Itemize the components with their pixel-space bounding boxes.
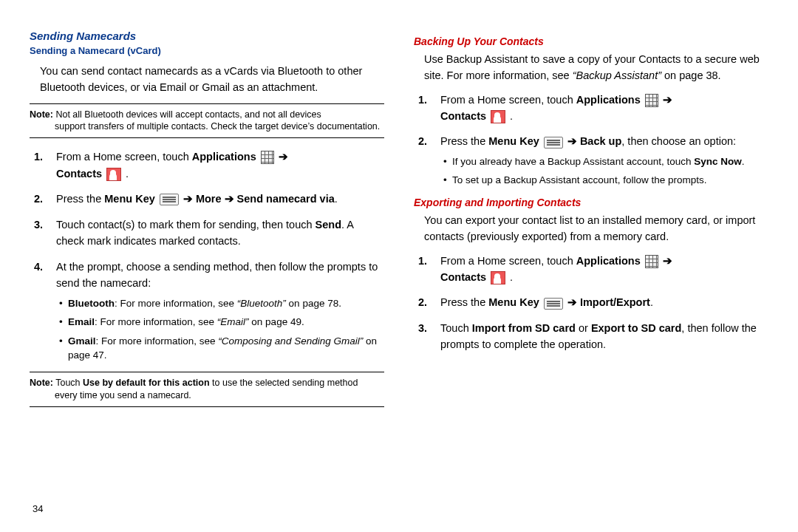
arrow-icon: ➔ [663,94,672,106]
contacts-icon [491,271,505,284]
text: From a Home screen, touch [440,94,576,106]
text: on page 78. [286,298,341,309]
text: : For more information, see [95,316,217,327]
reference: “Composing and Sending Gmail” [218,335,363,347]
heading-export-import: Exporting and Importing Contacts [414,197,768,208]
note-label: Note: [30,378,53,388]
arrow-icon: ➔ [567,135,580,147]
option-setup: To set up a Backup Assistant account, fo… [443,173,768,188]
text: . [507,271,513,283]
arrow-icon: ➔ [222,193,237,205]
step-3: Touch Import from SD card or Export to S… [433,320,768,353]
page-number: 34 [33,503,43,514]
label-applications: Applications [192,151,256,163]
arrow-icon: ➔ [183,193,196,205]
text: From a Home screen, touch [56,151,192,163]
reference: “Bluetooth” [237,298,286,309]
label: Gmail [68,335,96,347]
label: Use by default for this action [83,378,210,388]
label-contacts: Contacts [440,271,486,283]
text: : For more information, see [96,335,219,347]
label-contacts: Contacts [440,110,486,122]
label-applications: Applications [576,94,641,106]
steps-backup: From a Home screen, touch Applications ➔… [414,92,768,188]
arrow-icon: ➔ [567,296,580,308]
text: or [576,322,591,334]
label-import-export: Import/Export [580,296,650,308]
step-2: Press the Menu Key ➔ Back up, then choos… [433,133,768,188]
label-menu-key: Menu Key [488,135,539,147]
contacts-icon [106,168,121,181]
note-text: Not all Bluetooth devices will accept co… [53,109,321,120]
applications-icon [645,255,658,268]
menu-key-icon [160,194,179,205]
steps-send-namecard: From a Home screen, touch Applications ➔… [30,149,384,363]
method-bluetooth: Bluetooth: For more information, see “Bl… [59,296,384,311]
note-label: Note: [30,109,53,120]
label-applications: Applications [576,255,641,267]
step-4: At the prompt, choose a sending method, … [49,259,384,363]
method-gmail: Gmail: For more information, see “Compos… [59,334,384,363]
text: , then choose an option: [621,135,736,147]
text: . [742,156,745,167]
label-contacts: Contacts [56,168,102,180]
step-1: From a Home screen, touch Applications ➔… [433,253,768,286]
label-send: Send [316,219,341,231]
heading-backup-contacts: Backing Up Your Contacts [414,35,768,47]
arrow-icon: ➔ [279,151,288,163]
text: Press the [440,296,488,308]
label-import-sd: Import from SD card [472,322,576,334]
applications-icon [645,94,658,107]
arrow-icon: ➔ [663,255,672,267]
menu-key-icon [544,298,563,310]
step-2: Press the Menu Key ➔ More ➔ Send namecar… [49,191,384,207]
note-default-action: Note: Touch Use by default for this acti… [30,372,384,407]
method-email: Email: For more information, see “Email”… [59,315,384,330]
step-2: Press the Menu Key ➔ Import/Export. [433,294,768,310]
label-menu-key: Menu Key [488,296,539,308]
manual-page: Sending Namecards Sending a Namecard (vC… [0,0,798,417]
text: . [123,168,129,180]
left-column: Sending Namecards Sending a Namecard (vC… [30,30,384,417]
note-bluetooth-support: Note: Not all Bluetooth devices will acc… [30,103,384,139]
step-1: From a Home screen, touch Applications ➔… [433,92,768,125]
label-backup: Back up [580,135,621,147]
label: Bluetooth [68,298,115,309]
label: Email [68,316,95,327]
label-menu-key: Menu Key [104,193,155,205]
step-1: From a Home screen, touch Applications ➔… [49,149,384,182]
text: : For more information, see [115,298,237,309]
text: Touch [440,322,472,334]
text: Press the [56,193,104,205]
intro-text: You can send contact namecards as a vCar… [30,64,384,96]
contacts-icon [491,110,505,123]
option-sync-now: If you already have a Backup Assistant a… [443,154,768,169]
text: From a Home screen, touch [440,255,576,267]
label: Sync Now [694,156,742,167]
label-export-sd: Export to SD card [591,322,681,334]
steps-export-import: From a Home screen, touch Applications ➔… [414,253,768,353]
text: Touch [53,378,83,388]
heading-sending-namecards: Sending Namecards [30,30,384,42]
heading-sending-vcard: Sending a Namecard (vCard) [30,45,384,56]
reference: “Backup Assistant” [573,69,661,81]
note-text-cont: support transfers of multiple contacts. … [30,120,384,133]
reference: “Email” [217,316,249,327]
text: Press the [440,135,488,147]
note-text-cont: every time you send a namecard. [30,389,384,402]
send-methods-list: Bluetooth: For more information, see “Bl… [56,296,384,363]
label-more: More [196,193,222,205]
text: on page 49. [249,316,304,327]
applications-icon [261,151,274,164]
text: to use the selected sending method [210,378,358,388]
step-3: Touch contact(s) to mark them for sendin… [49,216,384,250]
text: . [507,110,513,122]
label-send-via: Send namecard via [237,193,335,205]
text: Touch contact(s) to mark them for sendin… [56,219,316,231]
export-intro: You can export your contact list to an i… [414,213,768,245]
menu-key-icon [544,137,563,149]
backup-options: If you already have a Backup Assistant a… [440,154,768,188]
text: At the prompt, choose a sending method, … [56,261,378,289]
text: on page 38. [661,69,721,81]
text: If you already have a Backup Assistant a… [452,156,694,167]
